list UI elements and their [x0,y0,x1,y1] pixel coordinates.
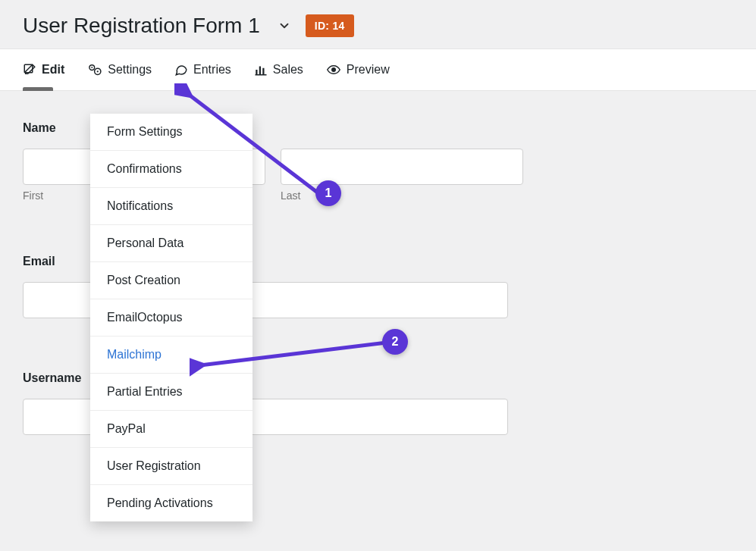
pencil-icon [23,63,36,77]
page-title: User Registration Form 1 [23,14,260,38]
settings-dropdown-item-emailoctopus[interactable]: EmailOctopus [90,299,253,337]
last-name-input[interactable] [281,149,523,185]
gear-icon [87,63,102,77]
svg-point-4 [97,70,99,72]
bar-chart-icon [254,63,268,77]
tab-sales[interactable]: Sales [254,49,303,90]
tab-preview-label: Preview [347,63,390,77]
tab-entries[interactable]: Entries [174,49,231,90]
settings-dropdown-item-personal-data[interactable]: Personal Data [90,225,253,262]
page-header: User Registration Form 1 ID: 14 [0,0,756,49]
settings-dropdown-item-paypal[interactable]: PayPal [90,411,253,448]
form-switcher-chevron[interactable] [277,18,292,33]
annotation-badge-2: 2 [382,329,408,355]
form-id-badge: ID: 14 [306,14,354,37]
tab-edit-label: Edit [42,63,64,77]
tab-preview[interactable]: Preview [326,49,390,90]
settings-dropdown-item-confirmations[interactable]: Confirmations [90,151,253,188]
tab-edit[interactable]: Edit [23,49,64,90]
settings-dropdown-item-pending-activations[interactable]: Pending Activations [90,485,253,521]
form-tabbar: Edit Settings Entries Sales Preview [0,49,756,91]
settings-dropdown-item-mailchimp[interactable]: Mailchimp [90,337,253,374]
eye-icon [326,63,341,77]
svg-point-2 [92,67,93,68]
tab-settings[interactable]: Settings [87,49,152,90]
tab-sales-label: Sales [273,63,303,77]
tab-settings-label: Settings [108,63,152,77]
settings-dropdown: Form Settings Confirmations Notification… [90,114,253,521]
annotation-badge-1: 1 [315,180,341,206]
svg-rect-6 [259,67,261,75]
settings-dropdown-item-post-creation[interactable]: Post Creation [90,262,253,299]
comment-icon [174,63,188,77]
settings-dropdown-item-notifications[interactable]: Notifications [90,188,253,225]
settings-dropdown-item-form-settings[interactable]: Form Settings [90,114,253,151]
settings-dropdown-item-user-registration[interactable]: User Registration [90,448,253,485]
svg-rect-5 [256,70,257,74]
svg-point-9 [332,68,336,72]
svg-rect-7 [262,68,264,74]
settings-dropdown-item-partial-entries[interactable]: Partial Entries [90,374,253,411]
tab-entries-label: Entries [193,63,231,77]
